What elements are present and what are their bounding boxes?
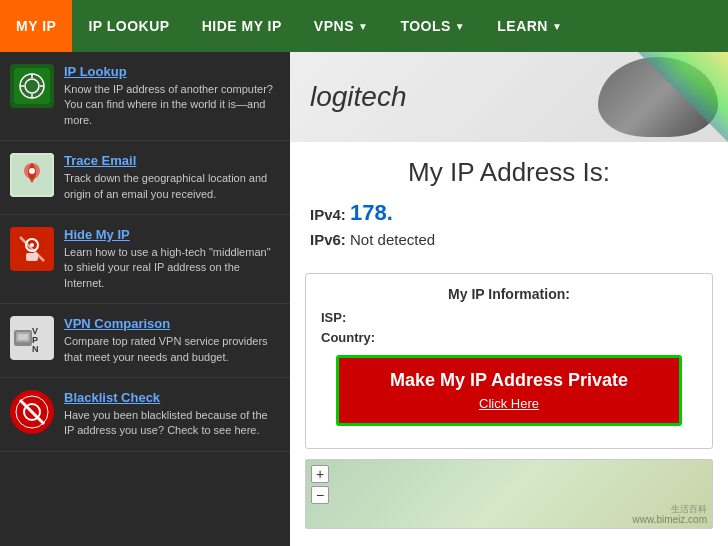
map-zoom-out-button[interactable]: − [311, 486, 329, 504]
trace-email-icon [10, 153, 54, 197]
map-zoom-in-button[interactable]: + [311, 465, 329, 483]
tools-arrow-icon: ▼ [455, 21, 465, 32]
sidebar-item-blacklist-check[interactable]: Blacklist Check Have you been blackliste… [0, 378, 290, 452]
trace-svg-icon [10, 153, 54, 197]
vpn-icon: V P N [10, 316, 54, 360]
trace-email-text: Trace Email Track down the geographical … [64, 153, 280, 202]
hide-svg-icon [16, 233, 48, 265]
country-row: Country: [321, 330, 697, 345]
sidebar-item-ip-lookup[interactable]: IP Lookup Know the IP address of another… [0, 52, 290, 141]
hide-my-ip-title: Hide My IP [64, 227, 280, 242]
vpn-svg-icon: V P N [10, 316, 54, 360]
cta-link[interactable]: Click Here [354, 396, 664, 411]
svg-text:N: N [32, 344, 39, 354]
vpns-arrow-icon: ▼ [358, 21, 368, 32]
svg-point-9 [29, 168, 35, 174]
country-label: Country: [321, 330, 375, 345]
ip-lookup-icon [10, 64, 54, 108]
main-nav: MY IP IP LOOKUP HIDE MY IP VPNS ▼ TOOLS … [0, 0, 728, 52]
logitech-logo: logitech [310, 81, 407, 113]
cta-title: Make My IP Address Private [354, 370, 664, 391]
ip-info-box: My IP Information: ISP: Country: Make My… [305, 273, 713, 449]
nav-item-ip-lookup[interactable]: IP LOOKUP [72, 0, 185, 52]
map-area: + − 生活百科 www.bimeiz.com [305, 459, 713, 529]
ip-lookup-title: IP Lookup [64, 64, 280, 79]
isp-label: ISP: [321, 310, 346, 325]
ip-section: My IP Address Is: IPv4: 178. IPv6: Not d… [290, 142, 728, 263]
sidebar-item-hide-my-ip[interactable]: Hide My IP Learn how to use a high-tech … [0, 215, 290, 304]
lookup-svg-icon [18, 72, 46, 100]
main-content: logitech My IP Address Is: IPv4: 178. IP… [290, 52, 728, 546]
nav-item-hide-my-ip[interactable]: HIDE MY IP [186, 0, 298, 52]
hide-my-ip-desc: Learn how to use a high-tech "middleman"… [64, 245, 280, 291]
hide-my-ip-icon [10, 227, 54, 271]
info-box-title: My IP Information: [321, 286, 697, 302]
svg-rect-18 [18, 334, 28, 340]
watermark-url: www.bimeiz.com [633, 514, 707, 525]
vpn-comparison-desc: Compare top rated VPN service providers … [64, 334, 280, 365]
learn-arrow-icon: ▼ [552, 21, 562, 32]
trace-email-title: Trace Email [64, 153, 280, 168]
trace-email-desc: Track down the geographical location and… [64, 171, 280, 202]
ipv4-label: IPv4: [310, 206, 346, 223]
main-container: IP Lookup Know the IP address of another… [0, 52, 728, 546]
sidebar-menu: IP Lookup Know the IP address of another… [0, 52, 290, 546]
nav-item-tools[interactable]: TOOLS ▼ [384, 0, 481, 52]
nav-item-my-ip[interactable]: MY IP [0, 0, 72, 52]
nav-item-learn[interactable]: LEARN ▼ [481, 0, 578, 52]
blacklist-svg-icon [15, 395, 49, 429]
hide-my-ip-text: Hide My IP Learn how to use a high-tech … [64, 227, 280, 291]
isp-row: ISP: [321, 310, 697, 325]
ipv6-row: IPv6: Not detected [310, 231, 708, 248]
vpn-comparison-title: VPN Comparison [64, 316, 280, 331]
ad-banner: logitech [290, 52, 728, 142]
ip-lookup-desc: Know the IP address of another computer?… [64, 82, 280, 128]
vpn-comparison-text: VPN Comparison Compare top rated VPN ser… [64, 316, 280, 365]
sidebar-item-trace-email[interactable]: Trace Email Track down the geographical … [0, 141, 290, 215]
ipv6-value: Not detected [350, 231, 435, 248]
ipv4-value: 178. [350, 200, 393, 225]
blacklist-check-text: Blacklist Check Have you been blackliste… [64, 390, 280, 439]
blacklist-icon [10, 390, 54, 434]
nav-item-vpns[interactable]: VPNS ▼ [298, 0, 385, 52]
ipv6-label: IPv6: [310, 231, 346, 248]
blacklist-check-title: Blacklist Check [64, 390, 280, 405]
ip-title: My IP Address Is: [310, 157, 708, 188]
cta-box[interactable]: Make My IP Address Private Click Here [336, 355, 682, 426]
sidebar-item-vpn-comparison[interactable]: V P N VPN Comparison Compare top rated V… [0, 304, 290, 378]
ipv4-row: IPv4: 178. [310, 200, 708, 226]
blacklist-check-desc: Have you been blacklisted because of the… [64, 408, 280, 439]
ip-lookup-text: IP Lookup Know the IP address of another… [64, 64, 280, 128]
